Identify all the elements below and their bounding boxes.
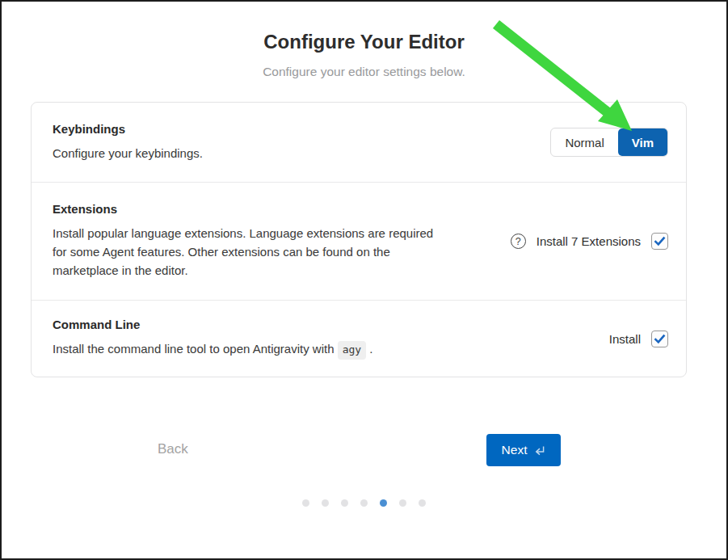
- pagination-dot-6[interactable]: [399, 499, 406, 507]
- pagination-dot-7[interactable]: [419, 499, 426, 507]
- pagination-dot-5[interactable]: [380, 499, 387, 507]
- command-line-description-before: Install the command line tool to open An…: [53, 342, 335, 356]
- next-button-label: Next: [502, 443, 528, 457]
- checkmark-icon: [654, 333, 666, 345]
- keybindings-title: Keybindings: [53, 122, 203, 136]
- keybindings-text: Keybindings Configure your keybindings.: [53, 122, 203, 163]
- extensions-title: Extensions: [53, 202, 439, 216]
- extensions-text: Extensions Install popular language exte…: [53, 202, 439, 280]
- command-line-text: Command Line Install the command line to…: [53, 318, 373, 360]
- command-line-row: Command Line Install the command line to…: [32, 300, 686, 377]
- command-line-controls: Install: [609, 331, 668, 347]
- help-icon[interactable]: ?: [511, 234, 526, 249]
- checkmark-icon: [654, 235, 666, 247]
- cli-command-chip: agy: [338, 341, 366, 360]
- command-line-title: Command Line: [53, 318, 373, 331]
- keybindings-description: Configure your keybindings.: [53, 145, 203, 163]
- keybindings-row: Keybindings Configure your keybindings. …: [32, 103, 686, 182]
- pagination-dots: [2, 499, 726, 507]
- extensions-action-label: Install 7 Extensions: [537, 234, 641, 248]
- keybindings-toggle-group: Normal Vim: [550, 128, 668, 157]
- command-line-checkbox[interactable]: [651, 331, 668, 347]
- pagination-dot-3[interactable]: [341, 499, 348, 507]
- enter-key-icon: [533, 445, 545, 456]
- extensions-description: Install popular language extensions. Lan…: [53, 225, 439, 280]
- extensions-row: Extensions Install popular language exte…: [32, 182, 686, 300]
- command-line-action-label: Install: [609, 332, 641, 346]
- keybindings-option-vim[interactable]: Vim: [618, 128, 667, 156]
- pagination-dot-4[interactable]: [360, 499, 368, 507]
- extensions-controls: ? Install 7 Extensions: [511, 233, 668, 250]
- pagination-dot-2[interactable]: [322, 499, 329, 507]
- settings-card: Keybindings Configure your keybindings. …: [31, 102, 687, 377]
- keybindings-option-normal[interactable]: Normal: [551, 128, 617, 156]
- command-line-description-after: .: [369, 342, 372, 356]
- extensions-checkbox[interactable]: [651, 233, 668, 250]
- back-button[interactable]: Back: [158, 441, 188, 457]
- page-subtitle: Configure your editor settings below.: [2, 53, 726, 79]
- next-button[interactable]: Next: [486, 434, 561, 466]
- page-title: Configure Your Editor: [2, 2, 726, 53]
- command-line-description: Install the command line tool to open An…: [53, 340, 373, 360]
- pagination-dot-1[interactable]: [302, 499, 309, 507]
- setup-wizard-window: Configure Your Editor Configure your edi…: [0, 0, 728, 560]
